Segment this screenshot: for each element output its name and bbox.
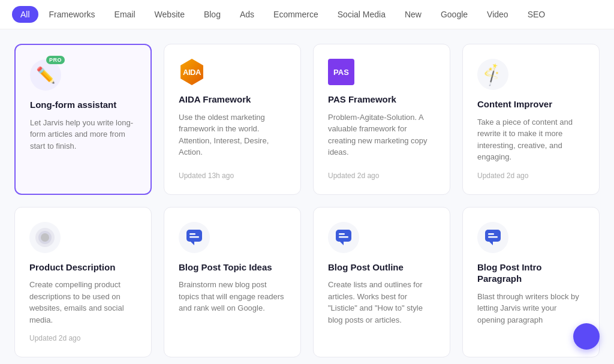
nav-tab-ads[interactable]: Ads [231, 6, 263, 23]
svg-rect-3 [186, 230, 202, 242]
card-long-form[interactable]: PRO ✏️ Long-form assistant Let Jarvis he… [14, 44, 152, 195]
card-updated-product-desc: Updated 2d ago [29, 334, 137, 342]
svg-rect-11 [485, 230, 501, 242]
card-desc-aida: Use the oldest marketing framework in th… [179, 112, 286, 163]
nav-tab-new[interactable]: New [396, 6, 430, 23]
card-title-content-improver: Content Improver [477, 98, 585, 110]
card-blog-topic[interactable]: Blog Post Topic Ideas Brainstorm new blo… [164, 207, 301, 358]
card-updated-pas: Updated 2d ago [328, 172, 435, 180]
card-desc-blog-intro: Blast through writers block by letting J… [477, 291, 585, 343]
card-icon-chat [328, 222, 359, 253]
card-title-blog-outline: Blog Post Outline [328, 261, 435, 273]
card-icon-aida: AIDA [179, 59, 286, 85]
card-pas[interactable]: PAS PAS Framework Problem-Agitate-Soluti… [313, 44, 450, 195]
nav-tab-frameworks[interactable]: Frameworks [41, 6, 104, 23]
card-icon-pas: PAS [328, 59, 435, 85]
card-title-pas: PAS Framework [328, 94, 435, 106]
card-title-blog-topic: Blog Post Topic Ideas [179, 261, 286, 273]
svg-rect-7 [336, 230, 351, 242]
help-button[interactable] [573, 323, 600, 350]
nav-tab-ecommerce[interactable]: Ecommerce [265, 6, 327, 23]
card-title-blog-intro: Blog Post Intro Paragraph [477, 261, 585, 285]
svg-marker-14 [489, 242, 493, 245]
nav-tab-email[interactable]: Email [106, 6, 144, 23]
card-icon-chat [477, 222, 508, 253]
card-aida[interactable]: AIDA AIDA Framework Use the oldest marke… [164, 44, 301, 195]
nav-tab-video[interactable]: Video [478, 6, 517, 23]
card-title-aida: AIDA Framework [179, 94, 286, 106]
card-desc-blog-topic: Brainstorm new blog post topics that wil… [179, 279, 286, 342]
nav-tab-all[interactable]: All [12, 6, 38, 23]
card-icon-wand: 🪄 [477, 59, 508, 90]
chat-icon [483, 228, 502, 247]
pro-badge: PRO [46, 56, 65, 64]
card-updated-aida: Updated 13h ago [179, 172, 286, 180]
pas-icon: PAS [328, 59, 354, 85]
card-icon-chat [179, 222, 210, 253]
svg-rect-4 [189, 233, 195, 235]
svg-rect-12 [488, 233, 494, 235]
card-updated-content-improver: Updated 2d ago [477, 172, 585, 180]
card-icon-pencil: PRO ✏️ [30, 59, 61, 91]
card-desc-product-desc: Create compelling product descriptions t… [29, 279, 137, 326]
svg-rect-9 [339, 236, 348, 238]
card-icon-diamond [29, 222, 61, 253]
card-desc-blog-outline: Create lists and outlines for articles. … [328, 279, 435, 342]
svg-marker-6 [191, 242, 194, 245]
card-desc-long-form: Let Jarvis help you write long-form arti… [30, 117, 136, 179]
card-desc-content-improver: Take a piece of content and rewrite it t… [477, 116, 585, 163]
card-blog-outline[interactable]: Blog Post Outline Create lists and outli… [313, 207, 450, 358]
card-product-desc[interactable]: Product Description Create compelling pr… [14, 207, 152, 358]
svg-rect-5 [189, 236, 199, 238]
card-content-improver[interactable]: 🪄 Content Improver Take a piece of conte… [462, 44, 600, 195]
card-title-long-form: Long-form assistant [30, 99, 136, 111]
chat-icon [334, 228, 353, 247]
nav-bar: AllFrameworksEmailWebsiteBlogAdsEcommerc… [0, 0, 614, 29]
nav-tab-blog[interactable]: Blog [195, 6, 229, 23]
nav-tab-website[interactable]: Website [146, 6, 193, 23]
nav-tab-social-media[interactable]: Social Media [329, 6, 394, 23]
diamond-icon [34, 227, 56, 248]
main-grid: PRO ✏️ Long-form assistant Let Jarvis he… [0, 29, 614, 364]
svg-rect-13 [488, 236, 498, 238]
svg-marker-10 [340, 242, 344, 245]
pencil-icon: ✏️ [36, 66, 55, 85]
svg-rect-8 [339, 233, 345, 235]
nav-tab-seo[interactable]: SEO [519, 6, 554, 23]
chat-icon [185, 228, 204, 247]
wand-icon: 🪄 [480, 62, 505, 88]
card-desc-pas: Problem-Agitate-Solution. A valuable fra… [328, 112, 435, 163]
aida-icon: AIDA [179, 59, 205, 85]
card-title-product-desc: Product Description [29, 261, 137, 273]
nav-tab-google[interactable]: Google [432, 6, 476, 23]
svg-point-2 [41, 233, 49, 242]
